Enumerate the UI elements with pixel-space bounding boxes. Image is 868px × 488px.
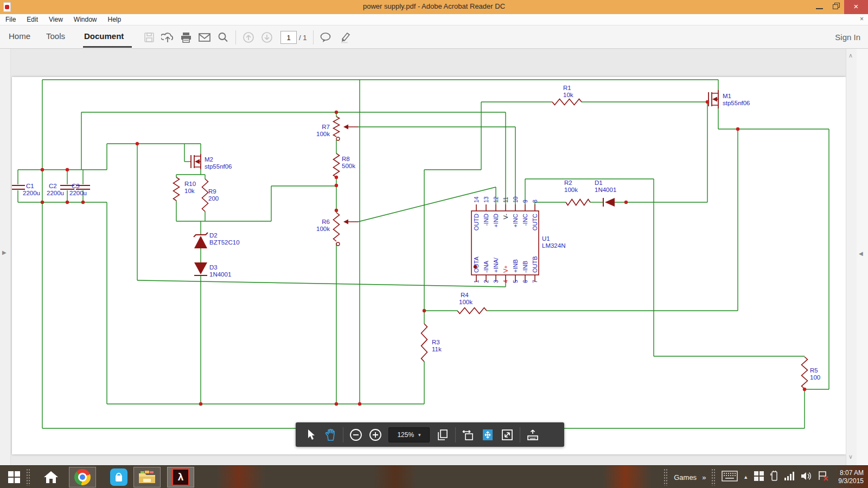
toolbar-overflow-icon[interactable]: » [702, 473, 706, 481]
clock-date: 9/3/2015 [838, 477, 864, 485]
zoom-caret-icon: ▾ [418, 432, 421, 438]
tab-tools[interactable]: Tools [46, 31, 65, 41]
read-mode-icon[interactable] [523, 425, 542, 445]
svg-text:8: 8 [532, 200, 538, 203]
tab-home[interactable]: Home [9, 31, 30, 41]
volume-icon[interactable] [800, 471, 812, 483]
svg-text:1: 1 [473, 280, 480, 283]
save-icon[interactable] [140, 30, 158, 45]
page-view-icon[interactable] [433, 425, 452, 445]
close-button[interactable]: × [844, 0, 868, 14]
svg-text:100k: 100k [564, 187, 578, 193]
fit-page-icon[interactable] [478, 425, 497, 445]
taskbar-explorer-button[interactable] [133, 467, 161, 487]
document-close-icon[interactable]: × [860, 15, 864, 23]
sign-in-button[interactable]: Sign In [835, 33, 860, 42]
taskbar-store-button[interactable] [105, 467, 132, 487]
svg-text:C1: C1 [26, 183, 34, 189]
svg-text:M1: M1 [723, 93, 731, 99]
svg-text:stp55nf06: stp55nf06 [205, 163, 232, 170]
floating-view-toolbar: 125% ▾ [296, 422, 564, 447]
print-icon[interactable] [177, 30, 195, 45]
select-tool-icon[interactable] [301, 425, 321, 445]
network-icon[interactable] [784, 471, 795, 483]
desktop-home-button[interactable] [39, 467, 63, 487]
zoom-out-icon[interactable] [346, 425, 366, 445]
taskbar-clock[interactable]: 8:07 AM 9/3/2015 [835, 469, 864, 485]
show-hidden-icons[interactable]: ▲ [743, 474, 748, 480]
svg-text:BZT52C10: BZT52C10 [209, 239, 240, 246]
taskbar-chrome-button[interactable] [69, 467, 96, 487]
svg-text:R8: R8 [342, 156, 350, 162]
svg-text:+INC: +INC [512, 214, 519, 227]
svg-text:200: 200 [208, 195, 219, 202]
power-settings-icon[interactable] [770, 470, 778, 484]
vertical-scrollbar[interactable]: ∧ ∨ [846, 49, 857, 465]
page-number-input[interactable] [280, 31, 297, 44]
svg-text:500k: 500k [342, 163, 355, 169]
pdf-page[interactable]: 14OUTDOUTA113-IND-INA212+IND+INA/311V-V+… [12, 77, 846, 454]
menu-file[interactable]: File [0, 14, 21, 23]
tray-grip-2 [711, 468, 716, 486]
pane-left-toggle-icon[interactable]: ▶ [2, 249, 7, 255]
menu-help[interactable]: Help [103, 14, 127, 23]
pane-right-toggle-icon[interactable]: ◀ [859, 251, 863, 256]
email-icon[interactable] [195, 30, 214, 45]
previous-page-icon[interactable] [239, 30, 258, 45]
svg-text:2200u: 2200u [47, 190, 64, 196]
window-title: power supply.pdf - Adobe Acrobat Reader … [0, 2, 868, 10]
restore-button[interactable] [828, 0, 844, 14]
right-pane-strip: ◀ [857, 49, 868, 465]
zoom-in-icon[interactable] [366, 425, 385, 445]
action-center-icon[interactable] [754, 471, 764, 484]
svg-text:-INA: -INA [483, 260, 489, 273]
svg-text:D2: D2 [209, 232, 218, 239]
share-upload-icon[interactable] [158, 30, 177, 45]
svg-text:stp55nf06: stp55nf06 [723, 100, 750, 106]
tab-document[interactable]: Document [84, 31, 124, 41]
svg-text:OUTD: OUTD [473, 214, 480, 230]
scroll-down-icon[interactable]: ∨ [848, 453, 853, 460]
svg-text:R7: R7 [322, 124, 330, 130]
svg-text:11k: 11k [432, 346, 442, 352]
zoom-level-dropdown[interactable]: 125% ▾ [388, 427, 430, 442]
svg-text:+INB: +INB [512, 259, 519, 273]
comment-icon[interactable] [317, 30, 335, 45]
svg-text:100k: 100k [316, 131, 330, 137]
menu-edit[interactable]: Edit [21, 14, 43, 23]
svg-text:10: 10 [512, 196, 519, 203]
svg-text:R5: R5 [810, 367, 818, 374]
svg-text:10k: 10k [184, 188, 195, 194]
taskbar-acrobat-button[interactable]: λ [167, 467, 194, 487]
svg-text:R10: R10 [184, 181, 196, 187]
menu-view[interactable]: View [43, 14, 68, 23]
clock-time: 8:07 AM [838, 469, 864, 477]
svg-text:7: 7 [532, 280, 538, 283]
action-flag-icon[interactable] [818, 471, 829, 484]
games-toolbar-label[interactable]: Games [674, 473, 697, 481]
svg-text:10k: 10k [563, 92, 573, 98]
minimize-button[interactable] [812, 0, 828, 14]
hand-tool-icon[interactable] [321, 425, 340, 445]
svg-text:LM324N: LM324N [542, 242, 565, 249]
start-button[interactable] [5, 467, 23, 487]
scroll-up-icon[interactable]: ∧ [848, 52, 853, 59]
acrobat-taskbar-icon: λ [172, 468, 189, 486]
svg-text:13: 13 [483, 196, 489, 203]
fit-width-icon[interactable] [458, 425, 478, 445]
search-icon[interactable] [214, 30, 232, 45]
touch-keyboard-icon[interactable] [722, 471, 738, 484]
fullscreen-icon[interactable] [497, 425, 517, 445]
title-bar: power supply.pdf - Adobe Acrobat Reader … [0, 0, 868, 14]
highlighter-icon[interactable] [335, 30, 354, 45]
svg-text:4: 4 [502, 280, 509, 283]
next-page-icon[interactable] [258, 30, 276, 45]
left-pane-strip: ▶ [0, 49, 11, 465]
svg-text:100: 100 [810, 374, 820, 381]
menu-bar: FileEditViewWindowHelp × [0, 14, 868, 25]
menu-window[interactable]: Window [68, 14, 103, 23]
svg-text:100k: 100k [316, 226, 330, 232]
svg-text:+IND: +IND [493, 214, 499, 227]
svg-text:1N4001: 1N4001 [209, 271, 231, 278]
tray-grip [663, 468, 668, 486]
